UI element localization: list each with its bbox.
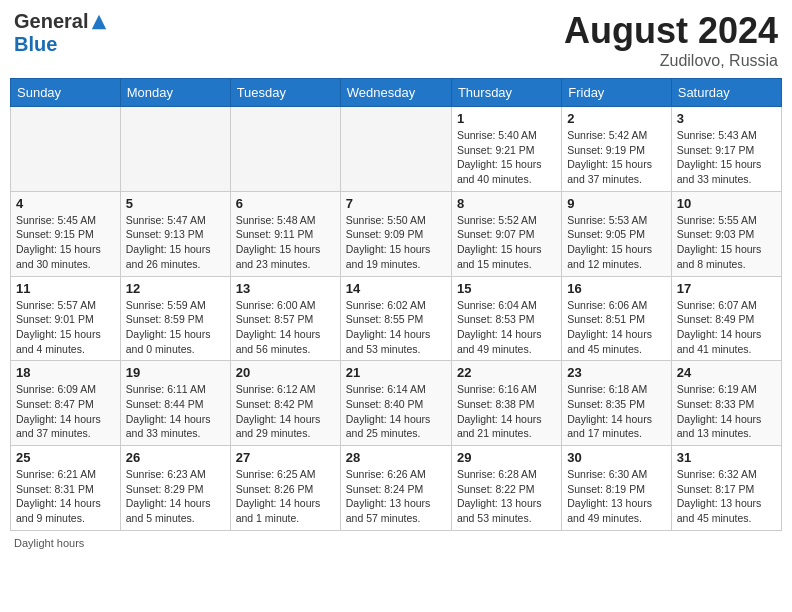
day-number: 9 — [567, 196, 665, 211]
col-thursday: Thursday — [451, 79, 561, 107]
location-subtitle: Zudilovo, Russia — [564, 52, 778, 70]
day-number: 8 — [457, 196, 556, 211]
table-row: 17Sunrise: 6:07 AM Sunset: 8:49 PM Dayli… — [671, 276, 781, 361]
col-tuesday: Tuesday — [230, 79, 340, 107]
daylight-hours-label: Daylight hours — [14, 537, 84, 549]
day-number: 21 — [346, 365, 446, 380]
footer: Daylight hours — [10, 537, 782, 549]
table-row: 6Sunrise: 5:48 AM Sunset: 9:11 PM Daylig… — [230, 191, 340, 276]
day-number: 4 — [16, 196, 115, 211]
table-row — [340, 107, 451, 192]
calendar-week-3: 11Sunrise: 5:57 AM Sunset: 9:01 PM Dayli… — [11, 276, 782, 361]
day-number: 17 — [677, 281, 776, 296]
day-info: Sunrise: 6:19 AM Sunset: 8:33 PM Dayligh… — [677, 382, 776, 441]
header: General Blue August 2024 Zudilovo, Russi… — [10, 10, 782, 70]
calendar-header-row: Sunday Monday Tuesday Wednesday Thursday… — [11, 79, 782, 107]
day-number: 28 — [346, 450, 446, 465]
day-number: 1 — [457, 111, 556, 126]
day-info: Sunrise: 5:45 AM Sunset: 9:15 PM Dayligh… — [16, 213, 115, 272]
table-row: 11Sunrise: 5:57 AM Sunset: 9:01 PM Dayli… — [11, 276, 121, 361]
day-info: Sunrise: 6:00 AM Sunset: 8:57 PM Dayligh… — [236, 298, 335, 357]
day-info: Sunrise: 6:25 AM Sunset: 8:26 PM Dayligh… — [236, 467, 335, 526]
day-number: 18 — [16, 365, 115, 380]
day-info: Sunrise: 6:04 AM Sunset: 8:53 PM Dayligh… — [457, 298, 556, 357]
col-wednesday: Wednesday — [340, 79, 451, 107]
day-info: Sunrise: 6:02 AM Sunset: 8:55 PM Dayligh… — [346, 298, 446, 357]
table-row: 25Sunrise: 6:21 AM Sunset: 8:31 PM Dayli… — [11, 446, 121, 531]
day-info: Sunrise: 5:52 AM Sunset: 9:07 PM Dayligh… — [457, 213, 556, 272]
day-number: 30 — [567, 450, 665, 465]
day-number: 14 — [346, 281, 446, 296]
day-info: Sunrise: 6:32 AM Sunset: 8:17 PM Dayligh… — [677, 467, 776, 526]
table-row: 23Sunrise: 6:18 AM Sunset: 8:35 PM Dayli… — [562, 361, 671, 446]
logo: General Blue — [14, 10, 108, 56]
day-info: Sunrise: 6:14 AM Sunset: 8:40 PM Dayligh… — [346, 382, 446, 441]
table-row: 26Sunrise: 6:23 AM Sunset: 8:29 PM Dayli… — [120, 446, 230, 531]
table-row: 20Sunrise: 6:12 AM Sunset: 8:42 PM Dayli… — [230, 361, 340, 446]
logo-general-text: General — [14, 10, 88, 33]
table-row: 3Sunrise: 5:43 AM Sunset: 9:17 PM Daylig… — [671, 107, 781, 192]
day-info: Sunrise: 6:09 AM Sunset: 8:47 PM Dayligh… — [16, 382, 115, 441]
day-info: Sunrise: 6:06 AM Sunset: 8:51 PM Dayligh… — [567, 298, 665, 357]
day-info: Sunrise: 5:42 AM Sunset: 9:19 PM Dayligh… — [567, 128, 665, 187]
table-row: 5Sunrise: 5:47 AM Sunset: 9:13 PM Daylig… — [120, 191, 230, 276]
day-number: 19 — [126, 365, 225, 380]
day-number: 2 — [567, 111, 665, 126]
table-row: 24Sunrise: 6:19 AM Sunset: 8:33 PM Dayli… — [671, 361, 781, 446]
table-row: 30Sunrise: 6:30 AM Sunset: 8:19 PM Dayli… — [562, 446, 671, 531]
day-number: 12 — [126, 281, 225, 296]
day-number: 27 — [236, 450, 335, 465]
day-info: Sunrise: 6:28 AM Sunset: 8:22 PM Dayligh… — [457, 467, 556, 526]
day-number: 13 — [236, 281, 335, 296]
col-friday: Friday — [562, 79, 671, 107]
day-info: Sunrise: 6:21 AM Sunset: 8:31 PM Dayligh… — [16, 467, 115, 526]
svg-marker-0 — [92, 14, 106, 28]
table-row: 4Sunrise: 5:45 AM Sunset: 9:15 PM Daylig… — [11, 191, 121, 276]
day-info: Sunrise: 6:07 AM Sunset: 8:49 PM Dayligh… — [677, 298, 776, 357]
logo-icon — [90, 13, 108, 31]
day-info: Sunrise: 5:57 AM Sunset: 9:01 PM Dayligh… — [16, 298, 115, 357]
table-row: 31Sunrise: 6:32 AM Sunset: 8:17 PM Dayli… — [671, 446, 781, 531]
day-info: Sunrise: 6:11 AM Sunset: 8:44 PM Dayligh… — [126, 382, 225, 441]
day-info: Sunrise: 6:30 AM Sunset: 8:19 PM Dayligh… — [567, 467, 665, 526]
day-number: 11 — [16, 281, 115, 296]
day-info: Sunrise: 5:47 AM Sunset: 9:13 PM Dayligh… — [126, 213, 225, 272]
day-info: Sunrise: 5:55 AM Sunset: 9:03 PM Dayligh… — [677, 213, 776, 272]
day-info: Sunrise: 6:18 AM Sunset: 8:35 PM Dayligh… — [567, 382, 665, 441]
table-row: 13Sunrise: 6:00 AM Sunset: 8:57 PM Dayli… — [230, 276, 340, 361]
table-row: 14Sunrise: 6:02 AM Sunset: 8:55 PM Dayli… — [340, 276, 451, 361]
day-info: Sunrise: 6:16 AM Sunset: 8:38 PM Dayligh… — [457, 382, 556, 441]
table-row: 18Sunrise: 6:09 AM Sunset: 8:47 PM Dayli… — [11, 361, 121, 446]
day-number: 29 — [457, 450, 556, 465]
col-monday: Monday — [120, 79, 230, 107]
day-number: 25 — [16, 450, 115, 465]
day-info: Sunrise: 6:12 AM Sunset: 8:42 PM Dayligh… — [236, 382, 335, 441]
table-row: 22Sunrise: 6:16 AM Sunset: 8:38 PM Dayli… — [451, 361, 561, 446]
day-number: 22 — [457, 365, 556, 380]
day-info: Sunrise: 5:48 AM Sunset: 9:11 PM Dayligh… — [236, 213, 335, 272]
table-row: 7Sunrise: 5:50 AM Sunset: 9:09 PM Daylig… — [340, 191, 451, 276]
day-number: 23 — [567, 365, 665, 380]
calendar-week-5: 25Sunrise: 6:21 AM Sunset: 8:31 PM Dayli… — [11, 446, 782, 531]
day-number: 26 — [126, 450, 225, 465]
month-year-title: August 2024 — [564, 10, 778, 52]
table-row: 10Sunrise: 5:55 AM Sunset: 9:03 PM Dayli… — [671, 191, 781, 276]
table-row: 19Sunrise: 6:11 AM Sunset: 8:44 PM Dayli… — [120, 361, 230, 446]
day-number: 5 — [126, 196, 225, 211]
day-info: Sunrise: 5:40 AM Sunset: 9:21 PM Dayligh… — [457, 128, 556, 187]
day-number: 6 — [236, 196, 335, 211]
table-row — [230, 107, 340, 192]
table-row: 21Sunrise: 6:14 AM Sunset: 8:40 PM Dayli… — [340, 361, 451, 446]
day-number: 7 — [346, 196, 446, 211]
col-sunday: Sunday — [11, 79, 121, 107]
table-row: 29Sunrise: 6:28 AM Sunset: 8:22 PM Dayli… — [451, 446, 561, 531]
table-row: 12Sunrise: 5:59 AM Sunset: 8:59 PM Dayli… — [120, 276, 230, 361]
day-number: 10 — [677, 196, 776, 211]
logo-blue-text: Blue — [14, 33, 57, 56]
table-row: 15Sunrise: 6:04 AM Sunset: 8:53 PM Dayli… — [451, 276, 561, 361]
day-info: Sunrise: 5:50 AM Sunset: 9:09 PM Dayligh… — [346, 213, 446, 272]
day-number: 15 — [457, 281, 556, 296]
calendar-week-2: 4Sunrise: 5:45 AM Sunset: 9:15 PM Daylig… — [11, 191, 782, 276]
day-number: 20 — [236, 365, 335, 380]
table-row: 2Sunrise: 5:42 AM Sunset: 9:19 PM Daylig… — [562, 107, 671, 192]
